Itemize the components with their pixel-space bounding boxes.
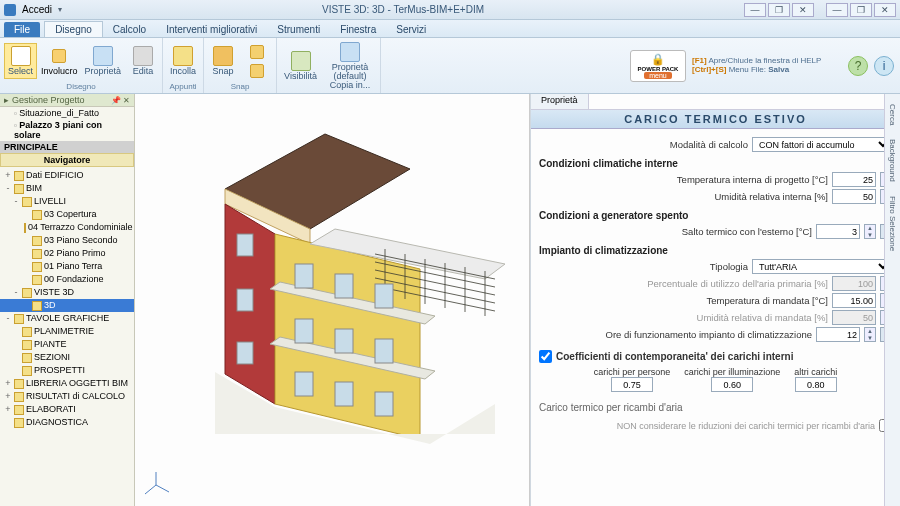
tree-node[interactable]: -VISTE 3D bbox=[0, 286, 134, 299]
svg-line-33 bbox=[145, 485, 156, 494]
tree-node[interactable]: 03 Piano Secondo bbox=[0, 234, 134, 247]
snap-button[interactable]: Snap bbox=[208, 44, 238, 78]
edge-tabs: Cerca Background Filtro Selezione bbox=[884, 94, 900, 506]
proprieta-default-button[interactable]: Proprietà (default) Copia in... bbox=[324, 40, 376, 92]
temp-interna-label: Temperatura interna di progetto [°C] bbox=[539, 174, 828, 185]
coef-persone-input[interactable] bbox=[611, 377, 653, 392]
help-icon[interactable]: ? bbox=[848, 56, 868, 76]
tree-node[interactable]: SEZIONI bbox=[0, 351, 134, 364]
tab-finestra[interactable]: Finestra bbox=[330, 22, 386, 37]
maximize-button[interactable]: ❐ bbox=[850, 3, 872, 17]
tree-node[interactable]: 03 Copertura bbox=[0, 208, 134, 221]
svg-rect-21 bbox=[295, 264, 313, 288]
tab-interventi[interactable]: Interventi migliorativi bbox=[156, 22, 267, 37]
svg-rect-29 bbox=[375, 392, 393, 416]
svg-rect-24 bbox=[295, 319, 313, 343]
inner-minimize-button[interactable]: — bbox=[744, 3, 766, 17]
inner-close-button[interactable]: ✕ bbox=[792, 3, 814, 17]
salto-spinner[interactable]: ▲▼ bbox=[864, 224, 876, 239]
tree-node[interactable]: PROSPETTI bbox=[0, 364, 134, 377]
edge-tab-cerca[interactable]: Cerca bbox=[887, 100, 898, 129]
panel-title: CARICO TERMICO ESTIVO bbox=[531, 110, 900, 129]
tree-node[interactable]: 3D bbox=[0, 299, 134, 312]
tree-node[interactable]: +RISULTATI di CALCOLO bbox=[0, 390, 134, 403]
ore-spinner[interactable]: ▲▼ bbox=[864, 327, 876, 342]
umid-interna-label: Umidità relativa interna [%] bbox=[539, 191, 828, 202]
info-icon[interactable]: i bbox=[874, 56, 894, 76]
inner-restore-button[interactable]: ❐ bbox=[768, 3, 790, 17]
coeff-checkbox[interactable] bbox=[539, 350, 552, 363]
svg-rect-25 bbox=[335, 329, 353, 353]
tree-node[interactable]: 04 Terrazzo Condominiale bbox=[0, 221, 134, 234]
tree-node[interactable]: -BIM bbox=[0, 182, 134, 195]
viewport-3d[interactable] bbox=[135, 94, 530, 506]
powerpack-button[interactable]: 🔒 POWER PACK menu bbox=[630, 50, 686, 82]
tree-node[interactable]: DIAGNOSTICA bbox=[0, 416, 134, 429]
window-title: VISTE 3D: 3D - TerMus-BIM+E+DIM bbox=[62, 4, 744, 15]
tab-strumenti[interactable]: Strumenti bbox=[267, 22, 330, 37]
building-3d-view bbox=[175, 114, 530, 454]
properties-tab[interactable]: Proprietà bbox=[531, 94, 589, 109]
salto-input[interactable] bbox=[816, 224, 860, 239]
minimize-button[interactable]: — bbox=[826, 3, 848, 17]
tree-node[interactable]: +Dati EDIFICIO bbox=[0, 169, 134, 182]
svg-rect-26 bbox=[375, 339, 393, 363]
tab-file[interactable]: File bbox=[4, 22, 40, 37]
svg-line-32 bbox=[156, 485, 169, 492]
coef-illum-input[interactable] bbox=[711, 377, 753, 392]
umid-interna-input[interactable] bbox=[832, 189, 876, 204]
edita-button[interactable]: Edita bbox=[128, 44, 158, 78]
mod-calc-select[interactable]: CON fattori di accumulo bbox=[752, 137, 892, 152]
edge-tab-background[interactable]: Background bbox=[887, 135, 898, 186]
snap-opt2[interactable] bbox=[242, 62, 272, 80]
sidebar-pin-icon[interactable]: 📌 ✕ bbox=[111, 96, 130, 105]
svg-rect-28 bbox=[335, 382, 353, 406]
sect-impianto: Impianto di climatizzazione bbox=[539, 245, 892, 256]
tree-node[interactable]: 00 Fondazione bbox=[0, 273, 134, 286]
project-tree[interactable]: +Dati EDIFICIO-BIM-LIVELLI03 Copertura04… bbox=[0, 167, 134, 506]
svg-rect-20 bbox=[237, 342, 253, 364]
visibilita-button[interactable]: Visibilità bbox=[281, 49, 320, 83]
tree-node[interactable]: PIANTE bbox=[0, 338, 134, 351]
edge-tab-filtro[interactable]: Filtro Selezione bbox=[887, 192, 898, 255]
properties-panel: Proprietà CARICO TERMICO ESTIVO Modalità… bbox=[530, 94, 900, 506]
temp-mandata-input[interactable] bbox=[832, 293, 876, 308]
tree-node[interactable]: -LIVELLI bbox=[0, 195, 134, 208]
powerpack-label: POWER PACK bbox=[638, 66, 679, 72]
group-snap-label: Snap bbox=[208, 82, 272, 91]
tree-node[interactable]: PLANIMETRIE bbox=[0, 325, 134, 338]
group-disegno-label: Disegno bbox=[4, 82, 158, 91]
tree-node[interactable]: -TAVOLE GRAFICHE bbox=[0, 312, 134, 325]
sidebar-tab-situazione[interactable]: ▫ Situazione_di_Fatto bbox=[0, 107, 134, 119]
coef-altri-label: altri carichi bbox=[794, 367, 837, 377]
tipologia-select[interactable]: Tutt'ARIA bbox=[752, 259, 892, 274]
help-hint: [F1] Apre/Chiude la finestra di HELP [Ct… bbox=[692, 57, 842, 75]
select-button[interactable]: Select bbox=[4, 43, 37, 79]
mod-calc-label: Modalità di calcolo bbox=[539, 139, 748, 150]
axis-gizmo-icon bbox=[141, 470, 171, 500]
proprieta-button[interactable]: Proprietà bbox=[82, 44, 125, 78]
svg-rect-19 bbox=[237, 289, 253, 311]
titlebar: Accedi ▾ VISTE 3D: 3D - TerMus-BIM+E+DIM… bbox=[0, 0, 900, 20]
tree-node[interactable]: +ELABORATI bbox=[0, 403, 134, 416]
tab-servizi[interactable]: Servizi bbox=[386, 22, 436, 37]
umid-mandata-input bbox=[832, 310, 876, 325]
powerpack-menu: menu bbox=[644, 72, 672, 79]
tree-node[interactable]: 02 Piano Primo bbox=[0, 247, 134, 260]
tree-node[interactable]: +LIBRERIA OGGETTI BIM bbox=[0, 377, 134, 390]
snap-opt1[interactable] bbox=[242, 43, 272, 61]
incolla-button[interactable]: Incolla bbox=[167, 44, 199, 78]
tab-disegno[interactable]: Disegno bbox=[44, 21, 103, 37]
sidebar-tab-palazzo[interactable]: ▫ Palazzo 3 piani con solare bbox=[0, 119, 134, 141]
access-label[interactable]: Accedi bbox=[22, 4, 52, 15]
involucro-button[interactable] bbox=[41, 47, 78, 65]
coef-persone-label: carichi per persone bbox=[594, 367, 671, 377]
svg-rect-22 bbox=[335, 274, 353, 298]
tree-node[interactable]: 01 Piano Terra bbox=[0, 260, 134, 273]
group-appunti-label: Appunti bbox=[167, 82, 199, 91]
temp-interna-input[interactable] bbox=[832, 172, 876, 187]
tab-calcolo[interactable]: Calcolo bbox=[103, 22, 156, 37]
coef-altri-input[interactable] bbox=[795, 377, 837, 392]
ore-input[interactable] bbox=[816, 327, 860, 342]
close-button[interactable]: ✕ bbox=[874, 3, 896, 17]
